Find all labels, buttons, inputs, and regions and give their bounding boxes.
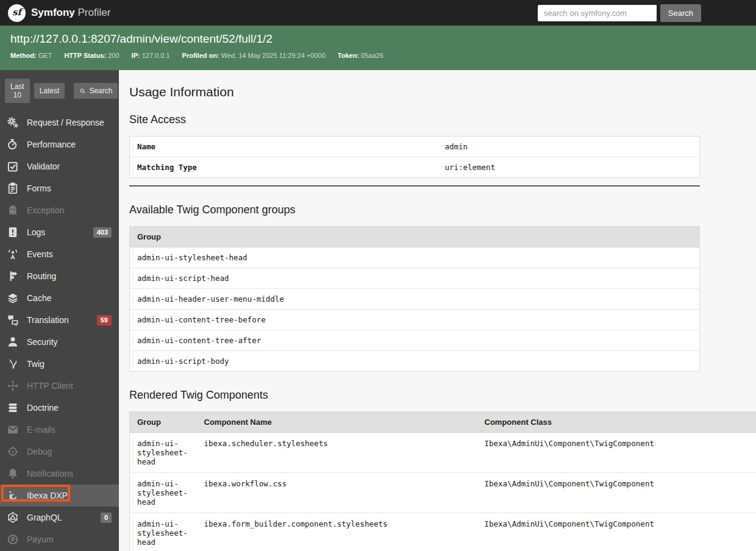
sidebar-item-twig[interactable]: Twig [0, 353, 119, 375]
table-row: admin-ui-stylesheet-headibexa.form_build… [130, 513, 756, 551]
brand-suffix: Profiler [78, 7, 111, 18]
last-10-button[interactable]: Last 10 [5, 79, 30, 103]
sidebar-item-label: GraphQL [27, 513, 62, 522]
ghost-icon [6, 204, 20, 217]
sidebar-item-events[interactable]: Events [0, 243, 119, 265]
request-url: http://127.0.0.1:8207/admin/view/content… [10, 31, 746, 47]
search-input[interactable] [538, 5, 657, 21]
sidebar-item-debug: Debug [0, 441, 119, 463]
sidebar-search-button[interactable]: Search [74, 83, 118, 99]
cell-component-name: ibexa.workflow.css [197, 473, 477, 513]
sidebar-item-performance[interactable]: Performance [0, 133, 119, 155]
translation-icon [6, 313, 20, 327]
symfony-logo: sf [8, 4, 26, 22]
meta-value: 127.0.0.1 [142, 52, 170, 59]
component-groups-table: Group admin-ui-stylesheet-headadmin-ui-s… [129, 226, 700, 372]
sidebar-item-label: Security [27, 337, 58, 347]
stopwatch-icon [6, 138, 20, 151]
page-title: Usage Information [129, 85, 756, 99]
table-row: Nameadmin [130, 137, 700, 157]
sidebar-item-label: Cache [27, 293, 51, 303]
section-divider [129, 185, 700, 187]
sidebar-item-payum: Payum [0, 528, 119, 550]
sidebar-search-label: Search [89, 87, 112, 95]
sidebar-item-label: Routing [27, 271, 56, 281]
column-header-component-name: Component Name [197, 412, 477, 433]
table-row: admin-ui-script-head [130, 268, 700, 289]
graphql-icon [6, 511, 20, 524]
meta-label: IP: [132, 52, 140, 59]
table-row: admin-ui-header-user-menu-middle [130, 289, 700, 310]
sidebar-item-label: Events [27, 249, 53, 259]
groups-heading: Available Twig Component groups [129, 204, 756, 216]
sidebar-item-label: Request / Response [27, 118, 104, 127]
sidebar-item-label: Validator [27, 162, 60, 171]
request-meta-item: HTTP Status:200 [64, 52, 119, 59]
sidebar-item-translation[interactable]: Translation59 [0, 309, 119, 331]
cell-group: admin-ui-stylesheet-head [130, 513, 197, 551]
sidebar-item-label: Performance [27, 140, 76, 149]
cell-component-class: Ibexa\AdminUi\Component\TwigComponent [477, 473, 756, 513]
sidebar-item-logs[interactable]: Logs403 [0, 221, 119, 243]
table-row: admin-ui-stylesheet-head [130, 247, 700, 268]
sidebar-item-security[interactable]: Security [0, 331, 119, 353]
site-search: Search [538, 4, 701, 22]
latest-button[interactable]: Latest [34, 83, 65, 99]
search-button[interactable]: Search [660, 4, 701, 22]
sidebar-item-notifications: Notifications [0, 463, 119, 485]
broadcast-icon [6, 247, 20, 261]
table-row: admin-ui-stylesheet-headibexa.workflow.c… [130, 473, 756, 513]
table-row: admin-ui-stylesheet-headibexa.scheduler.… [130, 433, 756, 473]
sidebar: Last 10 Latest Search Request / Response… [0, 70, 119, 551]
sidebar-item-ibexa-dxp[interactable]: Ibexa DXP [0, 485, 119, 507]
site-access-heading: Site Access [129, 113, 756, 126]
sidebar-item-forms[interactable]: Forms [0, 177, 119, 199]
site-access-table: NameadminMatching Typeuri:element [129, 136, 700, 178]
cell-group: admin-ui-stylesheet-head [130, 433, 197, 473]
person-icon [6, 335, 20, 349]
cell-value: admin [437, 137, 699, 157]
twig-icon [6, 357, 20, 371]
sidebar-item-label: HTTP Client [27, 381, 73, 391]
sidebar-item-label: Forms [27, 183, 51, 193]
ibexa-icon [6, 489, 20, 502]
meta-label: Method: [10, 52, 37, 59]
meta-value: GET [38, 52, 52, 59]
column-header-group: Group [130, 412, 197, 433]
profiler-menu: Request / ResponsePerformanceValidatorFo… [0, 112, 119, 550]
sidebar-item-request-response[interactable]: Request / Response [0, 112, 119, 133]
sidebar-item-label: Logs [27, 227, 45, 237]
sidebar-item-label: Payum [27, 535, 54, 544]
column-header-group: Group [130, 227, 700, 247]
magnifier-icon [79, 88, 86, 94]
cell-group: admin-ui-stylesheet-head [130, 473, 197, 513]
app-title: Symfony Profiler [31, 7, 110, 19]
meta-value: 200 [108, 52, 119, 59]
request-meta-item: Method:GET [10, 52, 52, 59]
meta-label: HTTP Status: [64, 52, 106, 59]
sidebar-item-graphql[interactable]: GraphQL0 [0, 507, 119, 528]
app-header: sf Symfony Profiler Search [0, 0, 756, 26]
count-badge: 59 [97, 315, 112, 325]
sidebar-item-validator[interactable]: Validator [0, 155, 119, 177]
meta-value: 05aa26 [361, 52, 383, 59]
cell-group: admin-ui-stylesheet-head [130, 247, 700, 268]
rendered-heading: Rendered Twig Components [129, 389, 756, 402]
sidebar-item-routing[interactable]: Routing [0, 265, 119, 287]
sidebar-item-doctrine[interactable]: Doctrine [0, 397, 119, 419]
cell-group: admin-ui-header-user-menu-middle [130, 289, 700, 310]
signpost-icon [6, 269, 20, 283]
cell-component-name: ibexa.scheduler.stylesheets [197, 433, 477, 473]
sidebar-actions: Last 10 Latest Search [0, 70, 119, 112]
sidebar-item-label: Twig [27, 359, 45, 369]
bell-icon [6, 467, 20, 480]
layers-icon [6, 291, 20, 305]
sidebar-item-label: Ibexa DXP [27, 491, 68, 500]
sidebar-item-cache[interactable]: Cache [0, 287, 119, 309]
table-row: admin-ui-content-tree-before [130, 310, 700, 330]
gears-icon [6, 116, 20, 129]
cell-label: Matching Type [130, 157, 438, 178]
cell-value: uri:element [437, 157, 699, 178]
count-badge: 0 [101, 513, 112, 523]
sidebar-item-label: Exception [27, 205, 64, 215]
